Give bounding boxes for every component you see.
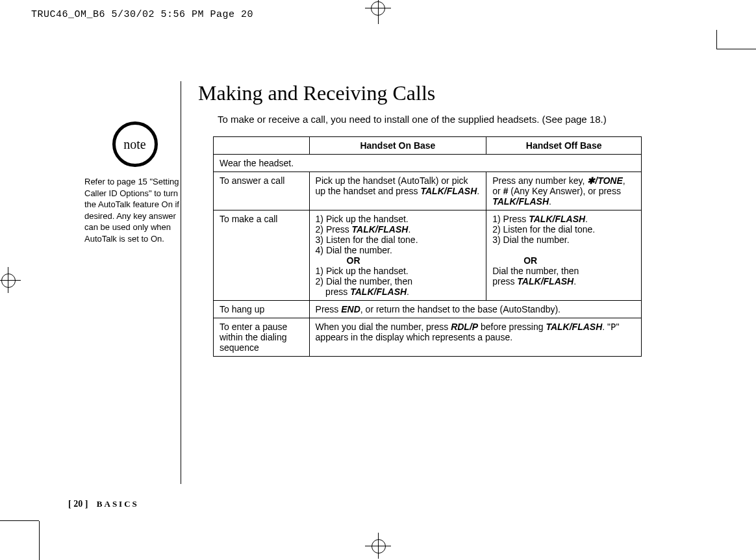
crop-mark-left-icon xyxy=(0,264,27,296)
crop-mark-bl-icon xyxy=(0,520,39,521)
intro-text: To make or receive a call, you need to i… xyxy=(218,114,607,125)
header-on-base: Handset On Base xyxy=(309,137,486,155)
sidebar-note: note Refer to page 15 "Setting Caller ID… xyxy=(84,121,185,244)
page-title: Making and Receiving Calls xyxy=(198,81,435,105)
table-row: To make a call 1) Pick up the handset. 2… xyxy=(214,210,642,301)
section-name: BASICS xyxy=(97,499,139,509)
crop-mark-top-icon xyxy=(362,0,394,27)
cell-off-base: Press any number key, ✱/TONE, or # (Any … xyxy=(486,172,642,210)
page-content: Making and Receiving Calls To make or re… xyxy=(39,49,717,521)
cell-off-base: 1) Press TALK/FLASH. 2) Listen for the d… xyxy=(486,210,642,301)
table-row: To enter a pause within the dialing sequ… xyxy=(214,318,642,357)
crop-mark-bottom-icon xyxy=(362,533,394,560)
note-text: Refer to page 15 "Setting Caller ID Opti… xyxy=(84,176,185,244)
cell-on-base: 1) Pick up the handset. 2) Press TALK/FL… xyxy=(309,210,486,301)
calls-table: Handset On Base Handset Off Base Wear th… xyxy=(213,136,642,357)
note-icon: note xyxy=(112,121,158,167)
table-row: Wear the headset. xyxy=(214,155,642,172)
cell-merged: When you dial the number, press RDL/P be… xyxy=(309,318,641,357)
row-label: To make a call xyxy=(214,210,310,301)
table-row: To answer a call Pick up the handset (Au… xyxy=(214,172,642,210)
cell-on-base: Pick up the handset (AutoTalk) or pick u… xyxy=(309,172,486,210)
table-row: To hang up Press END, or return the hand… xyxy=(214,301,642,318)
print-header: TRUC46_OM_B6 5/30/02 5:56 PM Page 20 xyxy=(31,9,253,20)
header-empty xyxy=(214,137,310,155)
header-off-base: Handset Off Base xyxy=(486,137,642,155)
page-number: [ 20 ] xyxy=(68,499,88,509)
table-header-row: Handset On Base Handset Off Base xyxy=(214,137,642,155)
wear-headset-cell: Wear the headset. xyxy=(214,155,642,172)
cell-merged: Press END, or return the handset to the … xyxy=(309,301,641,318)
crop-mark-tr-icon xyxy=(717,49,756,49)
row-label: To hang up xyxy=(214,301,310,318)
row-label: To answer a call xyxy=(214,172,310,210)
page-footer: [ 20 ] BASICS xyxy=(68,499,139,509)
row-label: To enter a pause within the dialing sequ… xyxy=(214,318,310,357)
